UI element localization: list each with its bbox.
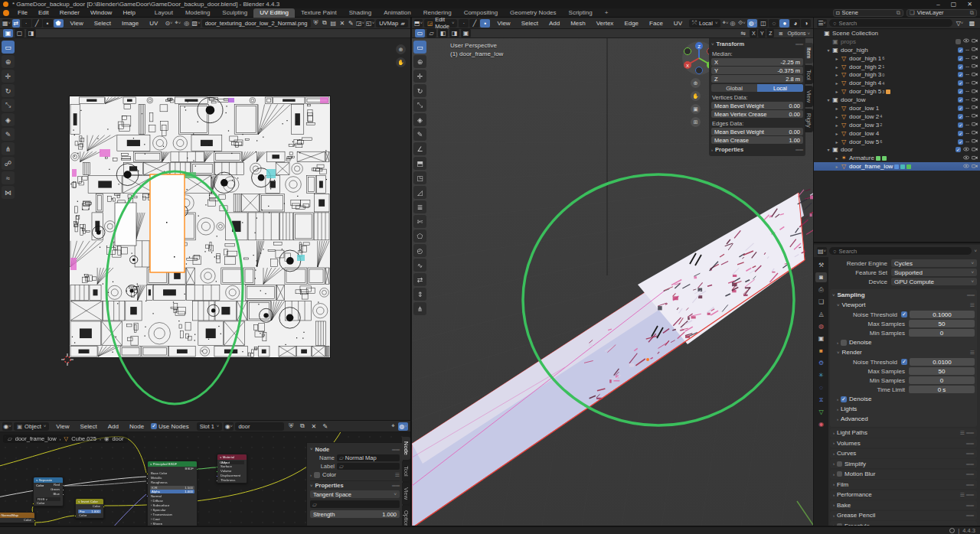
workspace-tab-compositing[interactable]: Compositing bbox=[458, 8, 504, 18]
expand-icon[interactable]: ▾ bbox=[825, 47, 831, 53]
scene-selector[interactable]: ◘Scene ⧉ bbox=[833, 9, 903, 17]
use-nodes-checkbox[interactable]: ✓ bbox=[151, 423, 157, 429]
collapse-icon[interactable]: ▸ bbox=[834, 164, 840, 169]
preset-menu-icon[interactable]: ☰ bbox=[970, 350, 975, 356]
eye-icon[interactable] bbox=[963, 155, 969, 162]
properties-panel-title[interactable]: Properties bbox=[715, 146, 743, 153]
perspective-icon[interactable]: ⊞ bbox=[691, 117, 701, 127]
visibility-checkbox[interactable]: ✓ bbox=[958, 106, 963, 111]
image-browse-icon[interactable]: ▧˅ bbox=[192, 19, 201, 28]
sticky-select-icon[interactable]: ▣ bbox=[3, 29, 13, 37]
expand-icon[interactable]: ▾ bbox=[825, 147, 831, 152]
render-engine-select[interactable]: Cycles˅ bbox=[891, 259, 977, 267]
collapse-icon[interactable]: ▸ bbox=[834, 114, 840, 119]
camera-icon[interactable] bbox=[972, 46, 978, 54]
outliner-row[interactable]: ▸▽door_low 24✓╌ bbox=[814, 112, 980, 121]
scale-tool[interactable]: ⤡ bbox=[413, 99, 426, 112]
uvmap-picker-field[interactable]: ▱ bbox=[310, 500, 400, 508]
render-denoise-checkbox[interactable]: ✓ bbox=[841, 396, 847, 402]
camera-icon[interactable] bbox=[972, 80, 978, 87]
section-checkbox[interactable] bbox=[837, 471, 842, 477]
menu-file[interactable]: File bbox=[12, 9, 33, 16]
uv-display-icon[interactable]: ◱˅ bbox=[366, 19, 374, 28]
snap-magnet-icon[interactable]: ⌖˅ bbox=[722, 19, 728, 28]
fake-user-shield-icon[interactable]: ⛨ bbox=[286, 422, 296, 431]
visibility-checkbox[interactable]: ✓ bbox=[958, 80, 963, 86]
noise-threshold-checkbox[interactable]: ✓ bbox=[901, 311, 907, 317]
shading-solid-icon[interactable]: ● bbox=[779, 19, 789, 28]
vertex-select-icon[interactable]: · bbox=[459, 19, 469, 28]
rip-region-tool[interactable]: ⋔ bbox=[413, 302, 426, 315]
eye-closed-icon[interactable]: ╌ bbox=[965, 88, 969, 95]
tool-extra1-icon[interactable]: ◧ bbox=[438, 29, 448, 37]
material-icon[interactable]: ◉˅ bbox=[224, 422, 234, 431]
world-properties-tab[interactable]: ◍ bbox=[815, 321, 827, 331]
collapse-icon[interactable]: ▸ bbox=[834, 64, 840, 70]
new-scene-icon[interactable]: ⧉ bbox=[897, 9, 900, 17]
vp-menu-add[interactable]: Add bbox=[544, 20, 565, 27]
vp-menu-uv[interactable]: UV bbox=[668, 20, 688, 27]
transform-tool[interactable]: ◈ bbox=[413, 113, 426, 126]
visibility-checkbox[interactable]: ✓ bbox=[958, 64, 963, 70]
separate-color-node[interactable]: ˅ Separate ColorRedGreenBlueRGB ˅Color bbox=[33, 477, 64, 506]
camera-icon[interactable] bbox=[972, 138, 978, 145]
visibility-checkbox[interactable]: ✓ bbox=[958, 47, 963, 53]
uv-menu-select[interactable]: Select bbox=[89, 20, 116, 27]
eye-closed-icon[interactable]: ╌ bbox=[965, 105, 969, 112]
sticky-mode-icon[interactable]: ▢ bbox=[15, 29, 24, 37]
camera-icon[interactable] bbox=[972, 71, 978, 79]
visibility-checkbox[interactable]: ✓ bbox=[958, 122, 963, 128]
uv-island-select-icon[interactable]: ⬟ bbox=[54, 19, 64, 28]
exclude-checkbox[interactable] bbox=[956, 39, 961, 44]
outliner-row[interactable]: ▸▽door_high 16✓╌ bbox=[814, 54, 980, 63]
section-checkbox[interactable] bbox=[837, 461, 842, 467]
image-texture-node[interactable]: ˅ NormalMapColor bbox=[0, 512, 35, 523]
section-bake[interactable]: ›Bake══ bbox=[830, 500, 977, 510]
uv-sync-select-icon[interactable]: ⇄ bbox=[12, 19, 20, 28]
node-tab-tool[interactable]: Tool bbox=[402, 461, 410, 481]
render-max-samples-field[interactable]: 50 bbox=[909, 367, 975, 375]
overlay-toggle-icon[interactable]: ◍˅ bbox=[398, 422, 408, 431]
vp-menu-vertex[interactable]: Vertex bbox=[591, 20, 619, 27]
node-menu-select[interactable]: Select bbox=[75, 423, 103, 430]
outliner-row[interactable]: ▣Scene Collection bbox=[814, 29, 980, 37]
outliner-row[interactable]: ▸▽door_low 56✓╌ bbox=[814, 138, 980, 146]
mirror-x-toggle[interactable]: X bbox=[750, 29, 757, 37]
bevel-tool[interactable]: ◿ bbox=[413, 186, 426, 199]
knife-tool[interactable]: ✄ bbox=[413, 215, 426, 228]
node-tab-view[interactable]: View bbox=[402, 483, 410, 504]
collapse-icon[interactable]: ▸ bbox=[834, 80, 840, 86]
breadcrumb-item[interactable]: Cube.025 bbox=[71, 435, 96, 442]
visibility-checkbox[interactable]: ✓ bbox=[958, 89, 963, 94]
camera-icon[interactable] bbox=[972, 96, 978, 104]
workspace-tab-modeling[interactable]: Modeling bbox=[179, 8, 216, 18]
spin-tool[interactable]: ◴ bbox=[413, 244, 426, 257]
workspace-tab-sculpting[interactable]: Sculpting bbox=[216, 8, 253, 18]
duplicate-material-icon[interactable]: ⧉ bbox=[297, 422, 307, 431]
menu-edit[interactable]: Edit bbox=[33, 9, 54, 16]
zoom-icon[interactable]: ⊕ bbox=[691, 78, 701, 88]
tweak-select-tool[interactable]: ▭ bbox=[413, 41, 426, 54]
median-y-field[interactable]: Y-0.375 m bbox=[711, 67, 803, 74]
shader-type-select[interactable]: ▣Object˅ bbox=[14, 422, 49, 431]
collapse-icon[interactable]: ▸ bbox=[834, 89, 840, 94]
menu-window[interactable]: Window bbox=[85, 9, 117, 16]
median-x-field[interactable]: X-2.25 m bbox=[711, 58, 803, 66]
menu-help[interactable]: Help bbox=[117, 9, 140, 16]
section-simplify[interactable]: ›Simplify══ bbox=[830, 459, 977, 468]
material-properties-tab[interactable]: ◉ bbox=[815, 419, 827, 429]
measure-tool[interactable]: ∠ bbox=[413, 142, 426, 155]
viewport-denoise-checkbox[interactable] bbox=[841, 340, 847, 346]
editor-type-icon[interactable]: ☰˅ bbox=[817, 19, 827, 28]
section-volumes[interactable]: ›Volumes══ bbox=[830, 438, 977, 448]
section-light-paths[interactable]: ›Light Paths☰ ══ bbox=[830, 428, 977, 438]
eye-closed-icon[interactable]: ╌ bbox=[965, 138, 969, 145]
node-color-checkbox[interactable] bbox=[314, 472, 320, 478]
edge-select-icon[interactable]: ╱ bbox=[469, 19, 479, 28]
output-properties-tab[interactable]: ⎙ bbox=[815, 285, 827, 295]
pivot-icon[interactable]: ⊙˅ bbox=[165, 19, 172, 28]
transform-panel-title[interactable]: Transform bbox=[717, 41, 745, 47]
node-menu-node[interactable]: Node bbox=[124, 423, 149, 430]
eye-icon[interactable] bbox=[963, 146, 969, 154]
visibility-checkbox[interactable]: ✓ bbox=[958, 72, 963, 77]
